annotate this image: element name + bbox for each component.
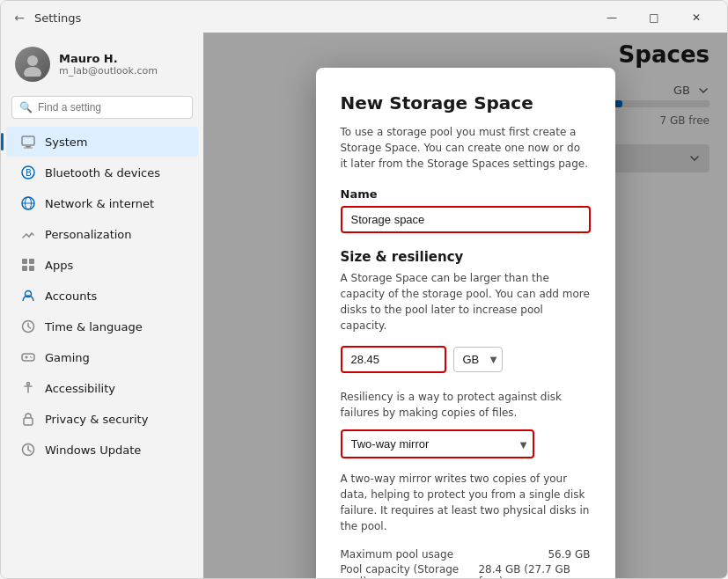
svg-rect-12 [22,266,27,271]
search-input[interactable] [38,101,185,114]
sidebar-item-accounts-label: Accounts [45,290,97,303]
sidebar-item-windows-update-label: Windows Update [45,443,141,457]
svg-point-19 [30,356,31,357]
sidebar-item-gaming[interactable]: Gaming [6,342,198,372]
profile-email: m_lab@outlook.com [59,65,158,77]
resiliency-intro: Resiliency is a way to protect against d… [341,389,591,421]
search-icon: 🔍 [19,101,33,114]
sidebar-item-time[interactable]: Time & language [6,311,198,341]
privacy-icon [20,411,36,427]
gaming-icon [20,349,36,365]
unit-select-wrapper: MB GB TB ▼ [453,347,503,372]
size-resiliency-desc: A Storage Space can be larger than the c… [341,270,591,333]
sidebar-item-time-label: Time & language [45,320,143,333]
pool-usage-row: Maximum pool usage 56.9 GB [341,548,591,561]
sidebar-item-personalization-label: Personalization [45,228,132,241]
sidebar-item-network-label: Network & internet [45,197,154,210]
svg-point-20 [31,357,32,358]
title-bar: ← Settings — □ ✕ [1,1,727,33]
pool-info: Maximum pool usage 56.9 GB Pool capacity… [341,548,591,578]
svg-rect-10 [22,259,27,264]
avatar [15,47,50,82]
resiliency-select[interactable]: Simple (no resiliency) Two-way mirror Th… [341,429,534,458]
svg-point-0 [27,55,38,66]
size-row: MB GB TB ▼ [341,346,591,373]
sidebar-item-bluetooth-label: Bluetooth & devices [45,166,160,180]
sidebar: Mauro H. m_lab@outlook.com 🔍 [1,33,203,578]
window-title: Settings [34,11,81,25]
sidebar-item-network[interactable]: Network & internet [6,188,198,218]
size-resiliency-title: Size & resiliency [341,249,591,265]
size-input[interactable] [341,346,446,373]
profile-info: Mauro H. m_lab@outlook.com [59,52,158,77]
svg-rect-13 [29,266,34,271]
unit-select[interactable]: MB GB TB [453,347,503,372]
right-content: Spaces GB 7 GB free [203,33,727,578]
search-area: 🔍 [1,92,203,126]
sidebar-item-accessibility[interactable]: Accessibility [6,373,198,403]
search-box[interactable]: 🔍 [11,96,193,119]
sidebar-item-apps-label: Apps [45,259,73,272]
dialog-overlay: New Storage Space To use a storage pool … [203,33,727,578]
dialog-description: To use a storage pool you must first cre… [341,124,591,172]
pool-usage-value: 56.9 GB [548,548,590,561]
close-button[interactable]: ✕ [676,4,717,32]
svg-rect-16 [22,354,34,361]
sidebar-item-windows-update[interactable]: Windows Update [6,435,198,465]
sidebar-item-privacy-label: Privacy & security [45,413,148,426]
back-button[interactable]: ← [11,10,27,26]
sidebar-item-privacy[interactable]: Privacy & security [6,404,198,434]
resiliency-select-wrapper: Simple (no resiliency) Two-way mirror Th… [341,429,534,458]
svg-rect-4 [24,148,33,149]
name-input[interactable] [341,206,591,233]
dialog-title: New Storage Space [341,92,591,114]
pool-capacity-row: Pool capacity (Storage pool) 28.4 GB (27… [341,563,591,578]
svg-rect-3 [26,146,31,148]
accounts-icon [20,288,36,304]
minimize-button[interactable]: — [592,4,632,32]
svg-point-21 [27,383,30,385]
main-content: Mauro H. m_lab@outlook.com 🔍 [1,33,727,578]
new-storage-space-dialog: New Storage Space To use a storage pool … [316,68,615,578]
pool-capacity-label: Pool capacity (Storage pool) [341,563,479,578]
sidebar-item-accounts[interactable]: Accounts [6,281,198,311]
system-icon [20,134,36,150]
network-icon [20,195,36,211]
time-icon [20,319,36,334]
profile-name: Mauro H. [59,52,158,65]
svg-point-1 [24,67,41,77]
pool-usage-label: Maximum pool usage [341,548,454,561]
svg-rect-22 [24,418,33,425]
maximize-button[interactable]: □ [634,4,674,32]
sidebar-item-system-label: System [45,136,87,149]
sidebar-item-system[interactable]: System [6,127,198,157]
sidebar-nav: System B Bluetooth & devices [1,127,203,465]
title-bar-controls: — □ ✕ [592,4,717,32]
accessibility-icon [20,380,36,396]
sidebar-item-gaming-label: Gaming [45,351,90,364]
profile-area: Mauro H. m_lab@outlook.com [1,40,203,92]
personalization-icon [20,226,36,242]
pool-capacity-value: 28.4 GB (27.7 GB free) [478,563,590,578]
svg-rect-11 [29,259,34,264]
sidebar-item-accessibility-label: Accessibility [45,382,115,395]
sidebar-item-bluetooth[interactable]: B Bluetooth & devices [6,158,198,187]
svg-text:B: B [26,168,32,178]
resiliency-mirror-desc: A two-way mirror writes two copies of yo… [341,471,591,534]
bluetooth-icon: B [20,165,36,180]
windows-update-icon [20,442,36,458]
apps-icon [20,257,36,273]
sidebar-item-apps[interactable]: Apps [6,250,198,280]
settings-window: ← Settings — □ ✕ [0,0,728,579]
svg-rect-2 [22,136,34,145]
name-field-label: Name [341,187,591,201]
title-bar-left: ← Settings [11,10,81,26]
sidebar-item-personalization[interactable]: Personalization [6,219,198,249]
